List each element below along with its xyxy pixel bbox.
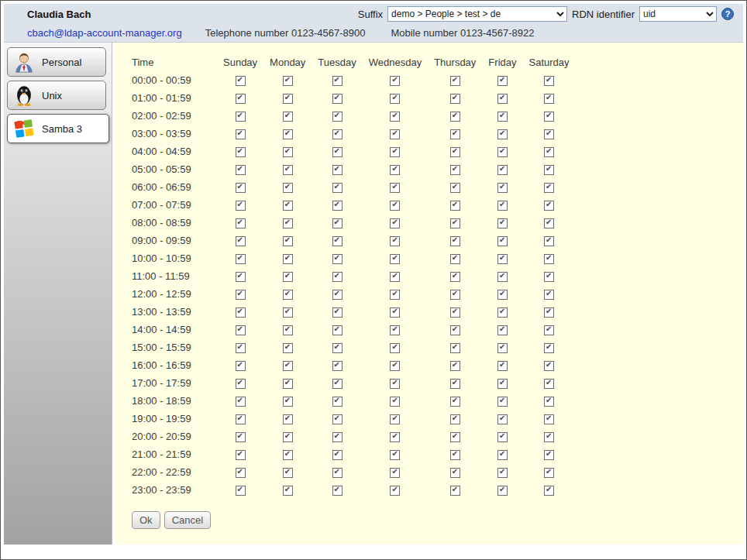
- schedule-checkbox[interactable]: [450, 450, 460, 460]
- schedule-checkbox[interactable]: [332, 432, 343, 442]
- schedule-checkbox[interactable]: [332, 165, 343, 175]
- schedule-checkbox[interactable]: [544, 236, 554, 246]
- schedule-checkbox[interactable]: [544, 254, 554, 264]
- schedule-checkbox[interactable]: [450, 272, 460, 282]
- schedule-checkbox[interactable]: [390, 112, 400, 122]
- schedule-checkbox[interactable]: [332, 486, 343, 496]
- schedule-checkbox[interactable]: [236, 218, 246, 228]
- schedule-checkbox[interactable]: [544, 343, 554, 353]
- schedule-checkbox[interactable]: [544, 414, 554, 424]
- schedule-checkbox[interactable]: [450, 307, 460, 318]
- schedule-checkbox[interactable]: [497, 486, 508, 496]
- schedule-checkbox[interactable]: [450, 236, 460, 246]
- schedule-checkbox[interactable]: [236, 432, 246, 442]
- schedule-checkbox[interactable]: [283, 129, 293, 139]
- schedule-checkbox[interactable]: [283, 165, 293, 175]
- schedule-checkbox[interactable]: [332, 94, 343, 104]
- schedule-checkbox[interactable]: [497, 414, 508, 424]
- schedule-checkbox[interactable]: [283, 343, 293, 353]
- schedule-checkbox[interactable]: [390, 201, 400, 211]
- schedule-checkbox[interactable]: [497, 343, 508, 353]
- schedule-checkbox[interactable]: [390, 361, 400, 371]
- schedule-checkbox[interactable]: [450, 183, 460, 193]
- schedule-checkbox[interactable]: [450, 147, 460, 157]
- schedule-checkbox[interactable]: [450, 379, 460, 389]
- schedule-checkbox[interactable]: [283, 272, 293, 282]
- schedule-checkbox[interactable]: [497, 236, 508, 246]
- schedule-checkbox[interactable]: [544, 450, 554, 460]
- schedule-checkbox[interactable]: [450, 201, 460, 211]
- schedule-checkbox[interactable]: [544, 165, 554, 175]
- schedule-checkbox[interactable]: [390, 272, 400, 282]
- schedule-checkbox[interactable]: [497, 361, 508, 371]
- schedule-checkbox[interactable]: [283, 147, 293, 157]
- schedule-checkbox[interactable]: [283, 218, 293, 228]
- schedule-checkbox[interactable]: [390, 414, 400, 424]
- schedule-checkbox[interactable]: [283, 432, 293, 442]
- schedule-checkbox[interactable]: [332, 397, 343, 407]
- schedule-checkbox[interactable]: [283, 236, 293, 246]
- schedule-checkbox[interactable]: [332, 236, 343, 246]
- schedule-checkbox[interactable]: [497, 76, 508, 86]
- schedule-checkbox[interactable]: [332, 254, 343, 264]
- schedule-checkbox[interactable]: [236, 254, 246, 264]
- schedule-checkbox[interactable]: [283, 468, 293, 478]
- schedule-checkbox[interactable]: [283, 254, 293, 264]
- schedule-checkbox[interactable]: [497, 450, 508, 460]
- schedule-checkbox[interactable]: [450, 432, 460, 442]
- schedule-checkbox[interactable]: [497, 218, 508, 228]
- schedule-checkbox[interactable]: [236, 307, 246, 318]
- schedule-checkbox[interactable]: [390, 183, 400, 193]
- schedule-checkbox[interactable]: [283, 325, 293, 335]
- schedule-checkbox[interactable]: [390, 450, 400, 460]
- schedule-checkbox[interactable]: [544, 201, 554, 211]
- help-icon[interactable]: ?: [721, 8, 734, 20]
- tab-unix[interactable]: Unix: [7, 81, 106, 110]
- schedule-checkbox[interactable]: [450, 414, 460, 424]
- schedule-checkbox[interactable]: [332, 129, 343, 139]
- schedule-checkbox[interactable]: [450, 76, 460, 86]
- schedule-checkbox[interactable]: [332, 218, 343, 228]
- schedule-checkbox[interactable]: [283, 379, 293, 389]
- schedule-checkbox[interactable]: [450, 112, 460, 122]
- schedule-checkbox[interactable]: [544, 218, 554, 228]
- schedule-checkbox[interactable]: [497, 94, 508, 104]
- schedule-checkbox[interactable]: [236, 147, 246, 157]
- schedule-checkbox[interactable]: [450, 468, 460, 478]
- schedule-checkbox[interactable]: [450, 129, 460, 139]
- schedule-checkbox[interactable]: [390, 254, 400, 264]
- schedule-checkbox[interactable]: [236, 183, 246, 193]
- schedule-checkbox[interactable]: [283, 486, 293, 496]
- schedule-checkbox[interactable]: [283, 397, 293, 407]
- schedule-checkbox[interactable]: [332, 147, 343, 157]
- email-link[interactable]: cbach@ldap-account-manager.org: [27, 27, 182, 39]
- schedule-checkbox[interactable]: [236, 361, 246, 371]
- schedule-checkbox[interactable]: [283, 201, 293, 211]
- schedule-checkbox[interactable]: [332, 290, 343, 300]
- schedule-checkbox[interactable]: [497, 379, 508, 389]
- schedule-checkbox[interactable]: [332, 76, 343, 86]
- schedule-checkbox[interactable]: [283, 361, 293, 371]
- schedule-checkbox[interactable]: [332, 183, 343, 193]
- schedule-checkbox[interactable]: [450, 165, 460, 175]
- schedule-checkbox[interactable]: [283, 307, 293, 318]
- schedule-checkbox[interactable]: [283, 450, 293, 460]
- schedule-checkbox[interactable]: [332, 201, 343, 211]
- schedule-checkbox[interactable]: [236, 165, 246, 175]
- schedule-checkbox[interactable]: [332, 272, 343, 282]
- schedule-checkbox[interactable]: [450, 325, 460, 335]
- schedule-checkbox[interactable]: [544, 397, 554, 407]
- schedule-checkbox[interactable]: [236, 325, 246, 335]
- schedule-checkbox[interactable]: [390, 290, 400, 300]
- schedule-checkbox[interactable]: [497, 397, 508, 407]
- schedule-checkbox[interactable]: [236, 272, 246, 282]
- schedule-checkbox[interactable]: [497, 147, 508, 157]
- schedule-checkbox[interactable]: [544, 307, 554, 318]
- schedule-checkbox[interactable]: [497, 307, 508, 318]
- schedule-checkbox[interactable]: [390, 94, 400, 104]
- schedule-checkbox[interactable]: [332, 468, 343, 478]
- schedule-checkbox[interactable]: [236, 76, 246, 86]
- schedule-checkbox[interactable]: [332, 414, 343, 424]
- schedule-checkbox[interactable]: [390, 307, 400, 318]
- schedule-checkbox[interactable]: [544, 147, 554, 157]
